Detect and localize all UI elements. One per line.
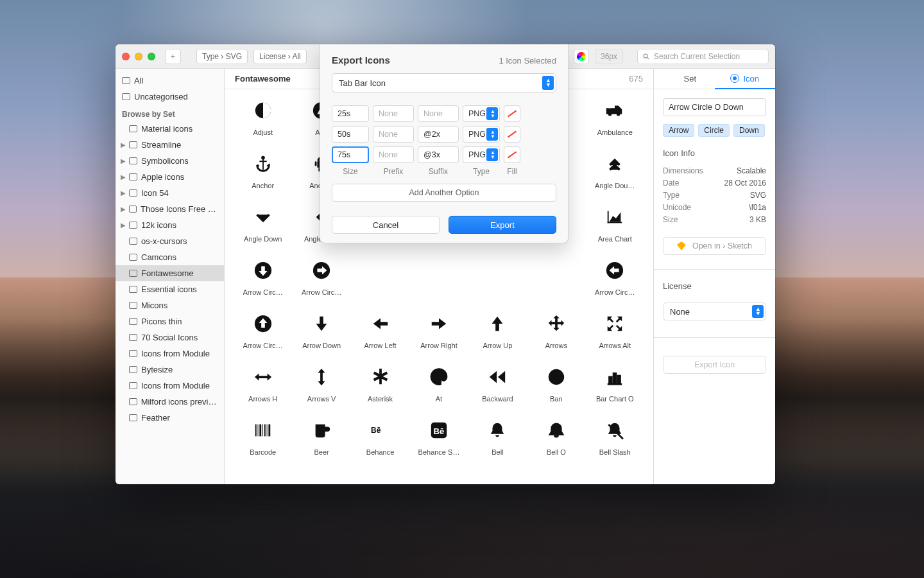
- folder-icon: [129, 334, 137, 341]
- icon-cell[interactable]: [409, 257, 468, 310]
- icon-cell[interactable]: [468, 257, 527, 310]
- sidebar-item-set[interactable]: ▶Icon 54: [116, 185, 224, 201]
- export-fill-swatch[interactable]: [504, 126, 520, 143]
- filter-license[interactable]: License › All: [253, 49, 307, 64]
- icon-cell[interactable]: BēBehance S…: [409, 417, 468, 470]
- sidebar-item-set[interactable]: os-x-cursors: [116, 233, 224, 249]
- icon-cell[interactable]: Arrows: [527, 310, 585, 363]
- sidebar-item-set[interactable]: ▶Streamline: [116, 137, 224, 153]
- export-size-field[interactable]: 75s: [332, 146, 369, 163]
- set-icon: [672, 76, 680, 82]
- icon-cell[interactable]: Arrow Up: [468, 310, 527, 363]
- sidebar-item-set[interactable]: Feather: [116, 410, 224, 426]
- tag[interactable]: Down: [733, 124, 765, 137]
- export-fill-swatch[interactable]: [504, 146, 520, 163]
- export-type-select[interactable]: PNG▲▼: [463, 126, 500, 143]
- sidebar-item-set[interactable]: 70 Social Icons: [116, 329, 224, 346]
- export-preset-select[interactable]: Tab Bar Icon ▲▼: [332, 73, 556, 92]
- add-export-option-button[interactable]: Add Another Option: [332, 184, 556, 202]
- icon-cell[interactable]: Beer: [292, 417, 350, 470]
- sidebar-item-set[interactable]: ▶12k icons: [116, 217, 224, 233]
- sidebar-item-set[interactable]: Icons from Module: [116, 378, 224, 394]
- icon-cell[interactable]: Arrows Alt: [586, 310, 644, 363]
- sidebar-item-set[interactable]: Essential icons: [116, 281, 224, 297]
- sidebar-item-set[interactable]: Camcons: [116, 249, 224, 265]
- folder-icon: [129, 398, 137, 405]
- icon-cell[interactable]: Bell Slash: [586, 417, 644, 470]
- folder-icon: [129, 254, 137, 261]
- tag[interactable]: Arrow: [663, 124, 694, 137]
- sidebar-item-set[interactable]: ▶Apple icons: [116, 169, 224, 185]
- icon-cell[interactable]: Arrow Circ…: [234, 310, 292, 363]
- grid-icon: [605, 204, 624, 231]
- sidebar-uncategorised[interactable]: Uncategorised: [116, 89, 224, 105]
- tab-set[interactable]: Set: [654, 69, 715, 89]
- icon-cell[interactable]: At: [409, 363, 468, 417]
- grid-icon: [605, 417, 624, 444]
- export-suffix-field[interactable]: @3x: [418, 146, 459, 163]
- export-suffix-field[interactable]: None: [418, 105, 459, 122]
- export-size-field[interactable]: 50s: [332, 126, 369, 143]
- cancel-button[interactable]: Cancel: [332, 216, 440, 234]
- icon-cell[interactable]: Ban: [527, 363, 585, 417]
- icon-cell[interactable]: Bell: [468, 417, 527, 470]
- icon-cell[interactable]: Arrow Right: [409, 310, 468, 363]
- icon-cell[interactable]: [351, 257, 409, 310]
- sidebar-all[interactable]: All: [116, 73, 224, 89]
- icon-cell[interactable]: Angle Dou…: [586, 150, 644, 204]
- sidebar-item-set[interactable]: Picons thin: [116, 313, 224, 329]
- export-button[interactable]: Export: [449, 216, 556, 234]
- sidebar-item-set[interactable]: Icons from Module: [116, 346, 224, 362]
- icon-cell[interactable]: Arrow Circ…: [292, 257, 350, 310]
- export-type-select[interactable]: PNG▲▼: [463, 146, 500, 163]
- zoom-window-icon[interactable]: [148, 53, 155, 60]
- license-select[interactable]: None ▲▼: [663, 302, 766, 320]
- sidebar-item-set[interactable]: Material icons: [116, 121, 224, 137]
- icon-cell[interactable]: Backward: [468, 363, 527, 417]
- icon-cell[interactable]: Adjust: [234, 97, 292, 150]
- sidebar-item-set[interactable]: Fontawesome: [116, 265, 224, 281]
- icon-cell[interactable]: Arrow Circ…: [234, 257, 292, 310]
- icon-cell[interactable]: Arrow Circ…: [586, 257, 644, 310]
- icon-cell[interactable]: BēBehance: [351, 417, 409, 470]
- filter-type[interactable]: Type › SVG: [196, 49, 248, 64]
- icon-cell[interactable]: Ambulance: [586, 97, 644, 150]
- icon-size-display[interactable]: 36px: [595, 49, 623, 64]
- icon-cell[interactable]: Bell O: [527, 417, 585, 470]
- icon-cell[interactable]: Area Chart: [586, 204, 644, 257]
- export-prefix-field[interactable]: None: [373, 105, 414, 122]
- icon-cell[interactable]: Arrows H: [234, 363, 292, 417]
- export-icon-button[interactable]: Export Icon: [663, 356, 766, 374]
- export-type-select[interactable]: PNG▲▼: [463, 105, 500, 122]
- tab-icon[interactable]: Icon: [715, 69, 776, 89]
- export-fill-swatch[interactable]: [504, 105, 520, 122]
- export-sheet: Export Icons 1 Icon Selected Tab Bar Ico…: [320, 44, 569, 243]
- icon-name-field[interactable]: Arrow Circle O Down: [663, 98, 766, 116]
- export-prefix-field[interactable]: None: [373, 146, 414, 163]
- icon-cell[interactable]: Arrow Left: [351, 310, 409, 363]
- icon-cell[interactable]: Barcode: [234, 417, 292, 470]
- tag[interactable]: Circle: [698, 124, 730, 137]
- icon-cell[interactable]: Bar Chart O: [586, 363, 644, 417]
- export-prefix-field[interactable]: None: [373, 126, 414, 143]
- export-size-field[interactable]: 25s: [332, 105, 369, 122]
- close-window-icon[interactable]: [122, 53, 130, 60]
- color-picker-button[interactable]: [574, 49, 589, 64]
- export-suffix-field[interactable]: @2x: [418, 126, 459, 143]
- open-in-sketch-button[interactable]: Open in › Sketch: [663, 237, 766, 255]
- minimize-window-icon[interactable]: [135, 53, 142, 60]
- sidebar-item-set[interactable]: Bytesize: [116, 362, 224, 378]
- icon-cell[interactable]: Anchor: [234, 150, 292, 204]
- sidebar-item-set[interactable]: ▶Those Icons Free C…: [116, 201, 224, 217]
- grid-icon: [605, 97, 624, 124]
- sidebar-item-set[interactable]: Milford icons preview: [116, 394, 224, 410]
- icon-cell[interactable]: Arrows V: [292, 363, 350, 417]
- icon-cell[interactable]: Asterisk: [351, 363, 409, 417]
- icon-cell[interactable]: Angle Down: [234, 204, 292, 257]
- icon-cell[interactable]: [527, 257, 585, 310]
- sidebar-item-set[interactable]: ▶Symbolicons: [116, 153, 224, 169]
- add-button[interactable]: +: [165, 49, 181, 64]
- search-input[interactable]: Search Current Selection: [637, 49, 769, 64]
- sidebar-item-set[interactable]: Micons: [116, 297, 224, 313]
- icon-cell[interactable]: Arrow Down: [292, 310, 350, 363]
